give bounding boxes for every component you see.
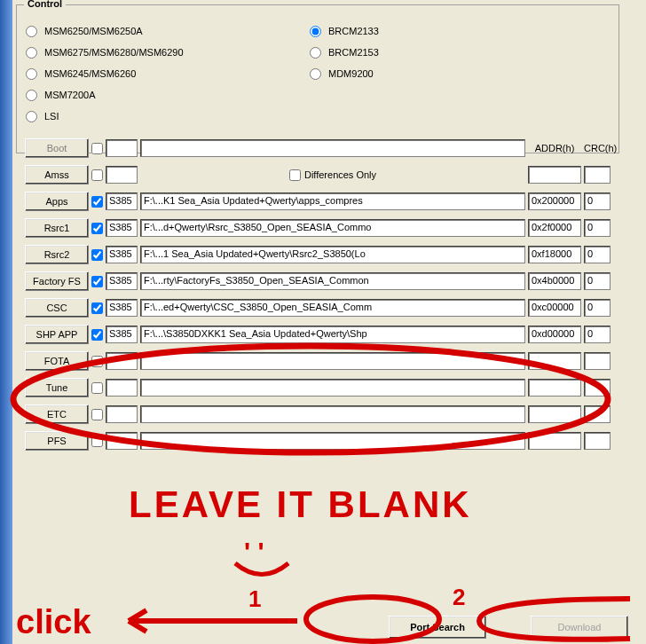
- rsrc1-addr[interactable]: 0x2f0000: [528, 219, 581, 237]
- csc-checkbox[interactable]: [91, 302, 103, 314]
- rsrc1-crc[interactable]: 0: [584, 219, 611, 237]
- boot-path[interactable]: [140, 139, 525, 157]
- pfs-s385[interactable]: [106, 432, 138, 450]
- radio-input[interactable]: [310, 68, 321, 80]
- boot-s385[interactable]: [106, 139, 138, 157]
- annotation-step-1: 1: [248, 585, 261, 613]
- radio-input[interactable]: [26, 68, 37, 80]
- apps-checkbox[interactable]: [91, 196, 103, 208]
- radio-input[interactable]: [26, 111, 37, 122]
- tune-s385[interactable]: [106, 379, 138, 397]
- shpapp-path[interactable]: F:\...\S3850DXKK1 Sea_Asia Updated+Qwert…: [140, 326, 525, 343]
- rsrc2-crc[interactable]: 0: [584, 246, 611, 263]
- shpapp-s385[interactable]: S385: [106, 326, 138, 343]
- csc-s385[interactable]: S385: [106, 299, 138, 317]
- pfs-crc[interactable]: [584, 432, 611, 450]
- rsrc1-checkbox[interactable]: [91, 223, 103, 234]
- factoryfs-button[interactable]: Factory FS: [25, 271, 89, 291]
- download-button[interactable]: Download: [531, 616, 628, 639]
- etc-button[interactable]: ETC: [25, 404, 89, 424]
- shpapp-addr[interactable]: 0xd00000: [528, 326, 581, 343]
- radio-label: BRCM2153: [328, 47, 379, 58]
- radio-msm6250[interactable]: MSM6250/MSM6250A: [26, 21, 310, 41]
- csc-addr[interactable]: 0xc00000: [528, 299, 581, 317]
- boot-button[interactable]: Boot: [25, 138, 89, 158]
- amss-checkbox[interactable]: [91, 169, 103, 181]
- rsrc2-path[interactable]: F:\...1 Sea_Asia Updated+Qwerty\Rsrc2_S3…: [140, 246, 525, 263]
- apps-addr[interactable]: 0x200000: [528, 192, 581, 210]
- factoryfs-crc[interactable]: 0: [584, 272, 611, 290]
- csc-crc[interactable]: 0: [584, 299, 611, 317]
- radio-lsi[interactable]: LSI: [26, 106, 310, 126]
- amss-addr[interactable]: [528, 166, 581, 184]
- radio-label: MDM9200: [328, 68, 374, 79]
- fota-button[interactable]: FOTA: [25, 351, 89, 371]
- rsrc2-addr[interactable]: 0xf18000: [528, 246, 581, 263]
- fota-addr[interactable]: [528, 352, 581, 370]
- radio-msm6275[interactable]: MSM6275/MSM6280/MSM6290: [26, 43, 310, 62]
- pfs-addr[interactable]: [528, 432, 581, 450]
- apps-crc[interactable]: 0: [584, 192, 611, 210]
- annotation-step-2: 2: [453, 584, 465, 611]
- radio-input[interactable]: [310, 47, 321, 59]
- rsrc2-button[interactable]: Rsrc2: [25, 245, 89, 264]
- factoryfs-s385[interactable]: S385: [106, 272, 138, 290]
- radio-msm6245[interactable]: MSM6245/MSM6260: [26, 64, 310, 83]
- amss-button[interactable]: Amss: [25, 165, 89, 185]
- amss-s385[interactable]: [106, 166, 138, 184]
- pfs-checkbox[interactable]: [91, 436, 103, 447]
- fota-path[interactable]: [140, 352, 525, 370]
- amss-crc[interactable]: [584, 166, 611, 184]
- factoryfs-checkbox[interactable]: [91, 276, 103, 287]
- radio-input[interactable]: [310, 26, 321, 37]
- factoryfs-addr[interactable]: 0x4b0000: [528, 272, 581, 290]
- radio-input[interactable]: [26, 90, 37, 101]
- rsrc1-s385[interactable]: S385: [106, 219, 138, 237]
- port-search-button[interactable]: Port Search: [389, 616, 486, 639]
- radio-msm7200a[interactable]: MSM7200A: [26, 85, 310, 105]
- pfs-row: PFS: [25, 428, 611, 454]
- fota-s385[interactable]: [106, 352, 138, 370]
- tune-button[interactable]: Tune: [25, 378, 89, 397]
- radio-brcm2133[interactable]: BRCM2133: [310, 21, 576, 41]
- rsrc2-checkbox[interactable]: [91, 249, 103, 261]
- radio-brcm2153[interactable]: BRCM2153: [310, 43, 576, 62]
- window-left-border: [0, 0, 12, 644]
- rsrc1-button[interactable]: Rsrc1: [25, 218, 89, 238]
- fota-checkbox[interactable]: [91, 356, 103, 367]
- etc-path[interactable]: [140, 405, 525, 423]
- etc-row: ETC: [25, 401, 611, 428]
- tune-addr[interactable]: [528, 379, 581, 397]
- bottom-buttons: Port Search Download: [0, 616, 646, 639]
- radio-mdm9200[interactable]: MDM9200: [310, 64, 576, 83]
- boot-checkbox[interactable]: [91, 143, 103, 154]
- rsrc1-path[interactable]: F:\...d+Qwerty\Rsrc_S3850_Open_SEASIA_Co…: [140, 219, 525, 237]
- radio-input[interactable]: [26, 26, 37, 37]
- factoryfs-path[interactable]: F:\...rty\FactoryFs_S3850_Open_SEASIA_Co…: [140, 272, 525, 290]
- pfs-button[interactable]: PFS: [25, 431, 89, 451]
- etc-checkbox[interactable]: [91, 409, 103, 420]
- fota-crc[interactable]: [584, 352, 611, 370]
- shpapp-crc[interactable]: 0: [584, 326, 611, 343]
- shpapp-button[interactable]: SHP APP: [25, 325, 89, 344]
- csc-path[interactable]: F:\...ed+Qwerty\CSC_S3850_Open_SEASIA_Co…: [140, 299, 525, 317]
- tune-row: Tune: [25, 374, 611, 401]
- shpapp-checkbox[interactable]: [91, 329, 103, 341]
- etc-addr[interactable]: [528, 405, 581, 423]
- amss-row: Amss Differences Only: [25, 161, 611, 188]
- tune-crc[interactable]: [584, 379, 611, 397]
- differences-checkbox[interactable]: [289, 169, 301, 181]
- differences-only[interactable]: Differences Only: [289, 169, 376, 181]
- csc-button[interactable]: CSC: [25, 298, 89, 318]
- radio-input[interactable]: [26, 47, 37, 59]
- rsrc2-s385[interactable]: S385: [106, 246, 138, 263]
- pfs-path[interactable]: [140, 432, 525, 450]
- etc-crc[interactable]: [584, 405, 611, 423]
- etc-s385[interactable]: [106, 405, 138, 423]
- tune-checkbox[interactable]: [91, 382, 103, 394]
- apps-button[interactable]: Apps: [25, 192, 89, 211]
- apps-path[interactable]: F:\...K1 Sea_Asia Updated+Qwerty\apps_co…: [140, 192, 525, 210]
- radio-label: LSI: [44, 111, 59, 122]
- tune-path[interactable]: [140, 379, 525, 397]
- apps-s385[interactable]: S385: [106, 192, 138, 210]
